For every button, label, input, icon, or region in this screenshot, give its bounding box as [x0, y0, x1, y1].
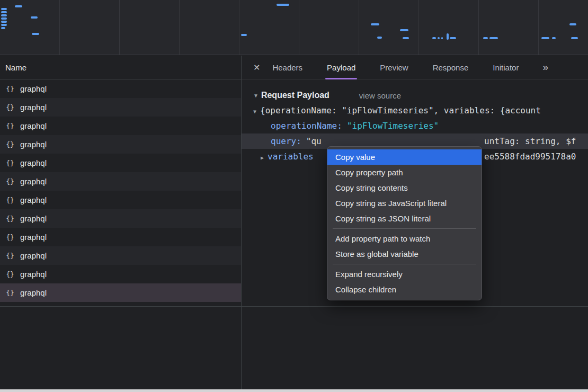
section-title: Request Payload: [261, 91, 329, 100]
json-braces-icon: {}: [5, 140, 15, 148]
timeline-bar: [241, 34, 247, 36]
detail-tabs: HeadersPayloadPreviewResponseInitiator: [271, 56, 541, 79]
tab-initiator[interactable]: Initiator: [491, 56, 520, 79]
json-braces-icon: {}: [5, 270, 15, 278]
property-key: operationName:: [271, 121, 342, 131]
timeline-bar: [1, 17, 7, 20]
tab-preview[interactable]: Preview: [378, 56, 409, 79]
context-menu-item-add-property-path-to-watch[interactable]: Add property path to watch: [327, 231, 482, 246]
request-row[interactable]: {}graphql: [0, 117, 241, 135]
detail-tabbar: ✕ HeadersPayloadPreviewResponseInitiator…: [242, 56, 588, 79]
request-name: graphql: [20, 121, 47, 130]
tree-row-operationname[interactable]: operationName:"ipFlowTimeseries": [242, 118, 588, 133]
json-braces-icon: {}: [5, 233, 15, 241]
request-name: graphql: [20, 233, 47, 242]
request-name: graphql: [20, 84, 47, 93]
request-name: graphql: [20, 195, 47, 204]
object-preview: {operationName: "ipFlowTimeseries", vari…: [260, 105, 541, 115]
timeline-bar: [1, 11, 7, 13]
timeline-bar: [1, 21, 7, 23]
timeline-bar: [277, 4, 289, 6]
timeline-bar: [571, 37, 578, 39]
tab-payload[interactable]: Payload: [325, 56, 357, 79]
request-row[interactable]: {}graphql: [0, 265, 241, 283]
context-menu-item-copy-string-contents[interactable]: Copy string contents: [327, 180, 482, 195]
request-list-panel: Name {}graphql{}graphql{}graphql{}graphq…: [0, 56, 242, 392]
collapse-triangle-icon[interactable]: ▼: [253, 93, 259, 99]
panel-footer-divider: [0, 306, 588, 307]
timeline-bar: [432, 37, 436, 39]
tab-response[interactable]: Response: [431, 56, 470, 79]
view-source-link[interactable]: view source: [359, 91, 401, 100]
request-list: {}graphql{}graphql{}graphql{}graphql{}gr…: [0, 79, 241, 302]
request-name: graphql: [20, 270, 47, 279]
timeline-bar: [1, 27, 5, 29]
timeline-bar: [32, 33, 39, 35]
tree-row-root[interactable]: ▼{operationName: "ipFlowTimeseries", var…: [242, 103, 588, 118]
property-value: "ipFlowTimeseries": [347, 121, 439, 131]
json-braces-icon: {}: [5, 177, 15, 185]
window-bottom-edge: [0, 389, 588, 392]
request-row[interactable]: {}graphql: [0, 283, 241, 302]
json-braces-icon: {}: [5, 252, 15, 260]
devtools-window: Name {}graphql{}graphql{}graphql{}graphq…: [0, 0, 588, 392]
network-overview[interactable]: [0, 0, 588, 55]
request-name: graphql: [20, 103, 47, 112]
timeline-bar: [371, 23, 379, 25]
tab-headers[interactable]: Headers: [271, 56, 304, 79]
expand-triangle-icon[interactable]: ▶: [261, 155, 264, 161]
request-row[interactable]: {}graphql: [0, 135, 241, 154]
timeline-bar: [489, 37, 498, 39]
json-braces-icon: {}: [5, 215, 15, 222]
context-menu-item-copy-value[interactable]: Copy value: [327, 149, 482, 165]
request-row[interactable]: {}graphql: [0, 228, 241, 246]
context-menu-item-expand-recursively[interactable]: Expand recursively: [327, 266, 482, 282]
timeline-bar: [447, 33, 449, 40]
collapse-triangle-icon[interactable]: ▼: [253, 109, 256, 114]
property-value-continued: ee5588fdad995178a0: [484, 149, 576, 164]
request-name: graphql: [20, 214, 47, 223]
close-icon[interactable]: ✕: [253, 63, 260, 73]
timeline-bar: [1, 14, 7, 16]
timeline-bar: [1, 8, 7, 10]
timeline-bar: [403, 37, 409, 39]
timeline-bar: [483, 37, 488, 39]
json-braces-icon: {}: [5, 122, 15, 130]
json-braces-icon: {}: [5, 85, 15, 93]
context-menu: Copy valueCopy property pathCopy string …: [327, 146, 482, 300]
property-value: "qu: [306, 136, 322, 146]
property-value-continued: untTag: string, $f: [484, 133, 576, 149]
timeline-bar: [15, 5, 22, 7]
request-row[interactable]: {}graphql: [0, 209, 241, 228]
timeline-bar: [400, 29, 408, 31]
timeline-bar: [569, 23, 576, 25]
name-column-header[interactable]: Name: [0, 56, 241, 79]
request-row[interactable]: {}graphql: [0, 79, 241, 98]
context-menu-item-copy-string-as-javascript-literal[interactable]: Copy string as JavaScript literal: [327, 195, 482, 211]
request-name: graphql: [20, 177, 47, 186]
context-menu-separator: [333, 264, 476, 264]
property-key: query:: [271, 136, 301, 146]
timeline-bar: [450, 37, 456, 39]
context-menu-item-collapse-children[interactable]: Collapse children: [327, 282, 482, 297]
request-name: graphql: [20, 288, 47, 297]
request-name: graphql: [20, 140, 47, 149]
json-braces-icon: {}: [5, 103, 15, 111]
context-menu-item-store-as-global-variable[interactable]: Store as global variable: [327, 246, 482, 262]
request-payload-section[interactable]: ▼ Request Payload view source: [242, 88, 588, 103]
request-row[interactable]: {}graphql: [0, 191, 241, 209]
context-menu-item-copy-string-as-json-literal[interactable]: Copy string as JSON literal: [327, 211, 482, 226]
timeline-bar: [377, 37, 382, 39]
request-name: graphql: [20, 251, 47, 260]
json-braces-icon: {}: [5, 196, 15, 204]
request-row[interactable]: {}graphql: [0, 98, 241, 117]
json-braces-icon: {}: [5, 289, 15, 297]
context-menu-item-copy-property-path[interactable]: Copy property path: [327, 165, 482, 180]
network-panel: Name {}graphql{}graphql{}graphql{}graphq…: [0, 56, 588, 392]
request-row[interactable]: {}graphql: [0, 172, 241, 191]
more-tabs-icon[interactable]: »: [542, 61, 548, 73]
request-row[interactable]: {}graphql: [0, 154, 241, 172]
request-row[interactable]: {}graphql: [0, 246, 241, 265]
timeline-bar: [438, 37, 440, 39]
timeline-bar: [31, 16, 38, 19]
